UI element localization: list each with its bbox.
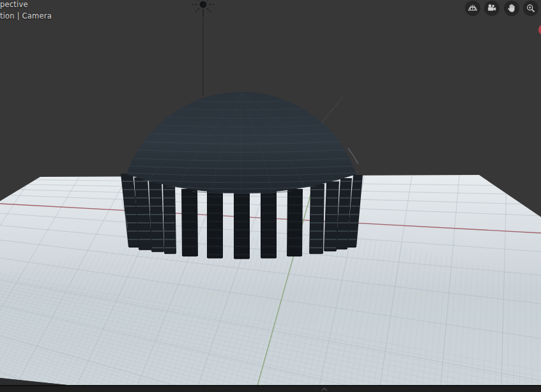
editor-divider-bar[interactable] (0, 385, 541, 392)
zoom-magnifier-icon (525, 3, 537, 14)
pan-view-button[interactable] (504, 1, 519, 16)
point-light[interactable] (192, 0, 214, 96)
stray-edge-line (321, 97, 343, 123)
collapse-chevron-icon (321, 387, 328, 392)
grid-dome-icon (467, 3, 478, 14)
point-light-dot[interactable] (200, 1, 206, 7)
camera-view-button[interactable] (484, 1, 499, 16)
viewport-collection-label: tion | Camera (0, 12, 52, 20)
grid-dome-button[interactable] (465, 1, 480, 16)
zoom-view-button[interactable] (523, 1, 538, 16)
viewport-perspective-label: pective (0, 1, 28, 9)
camera-view-icon (486, 3, 498, 14)
pan-hand-icon (506, 3, 517, 14)
blender-3d-viewport[interactable]: pective tion | Camera (0, 0, 541, 392)
viewport-canvas[interactable] (0, 0, 541, 392)
